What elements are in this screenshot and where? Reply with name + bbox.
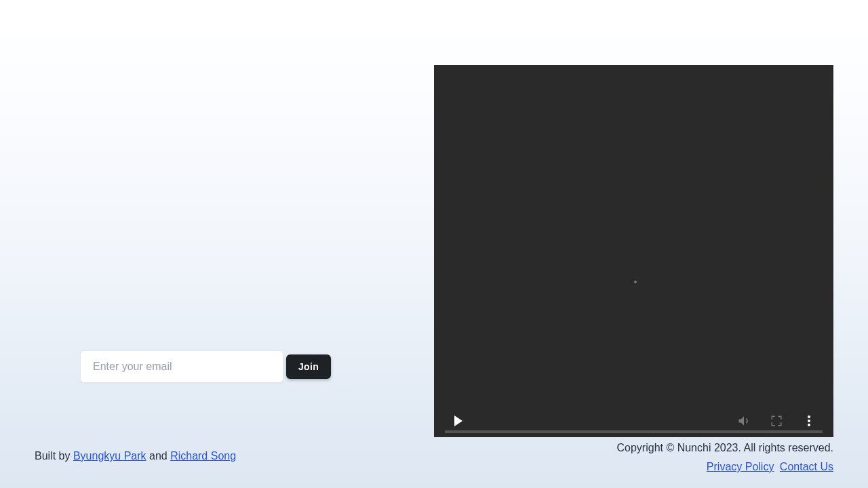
join-button[interactable]: Join [286,354,331,379]
email-signup-form: Join [80,350,331,383]
contact-us-link[interactable]: Contact Us [780,461,833,472]
built-by-prefix: Built by [35,450,73,462]
svg-point-2 [808,424,810,426]
video-player[interactable] [434,65,833,437]
video-progress-bar[interactable] [445,430,823,433]
author-link-2[interactable]: Richard Song [170,450,236,462]
email-field[interactable] [80,350,283,383]
privacy-policy-link[interactable]: Privacy Policy [707,461,774,472]
more-icon[interactable] [801,413,817,429]
video-loading-dot [634,281,637,283]
svg-point-0 [808,415,810,418]
svg-point-1 [808,420,810,422]
connector-text: and [146,450,171,462]
footer-credits: Built by Byungkyu Park and Richard Song [35,450,236,462]
fullscreen-icon[interactable] [768,413,785,429]
volume-icon[interactable] [736,413,752,429]
footer-legal: Copyright © Nunchi 2023. All rights rese… [617,442,834,473]
video-controls-bar [434,405,833,437]
author-link-1[interactable]: Byungkyu Park [73,450,146,462]
copyright-text: Copyright © Nunchi 2023. All rights rese… [617,442,834,454]
play-icon[interactable] [450,413,467,429]
